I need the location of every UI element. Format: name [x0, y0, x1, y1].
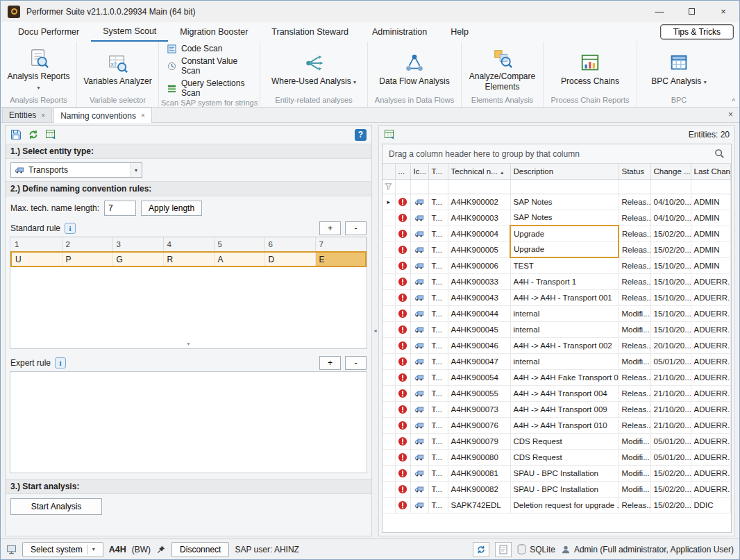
entity-type-select[interactable]: Transports ▾	[10, 162, 142, 178]
table-row[interactable]: T...A4HK900043A4H -> A4H - Transport 001…	[382, 289, 731, 305]
rule-cell[interactable]: E	[315, 252, 366, 266]
export-button[interactable]	[45, 129, 56, 140]
table-row[interactable]: T...A4HK900055A4H -> A4H Transport 004Re…	[382, 385, 731, 401]
help-button[interactable]: ?	[355, 129, 367, 141]
ribbon-collapse-icon[interactable]: ^	[732, 98, 735, 105]
search-icon[interactable]	[714, 149, 725, 159]
tab-translation-steward[interactable]: Translation Steward	[260, 22, 360, 42]
rule-cell[interactable]: G	[112, 252, 163, 266]
column-header[interactable]: Technical n...▲	[448, 164, 510, 179]
table-row[interactable]: T...A4HK900045internalModifi...15/10/20.…	[382, 321, 731, 337]
data-flow-analysis-button[interactable]: Data Flow Analysis	[377, 51, 451, 88]
max-length-input[interactable]	[104, 201, 136, 216]
table-row[interactable]: T...A4HK900073A4H -> A4H Transport 009Re…	[382, 401, 731, 417]
document-tab-naming-conventions[interactable]: Naming conventions ×	[53, 108, 152, 123]
refresh-button[interactable]	[28, 129, 39, 140]
analyze-compare-elements-button[interactable]: Analyze/Compare Elements	[464, 46, 540, 94]
code-scan-button[interactable]: Code Scan	[167, 44, 222, 53]
column-header[interactable]: Description	[510, 164, 619, 179]
expert-rule-remove-button[interactable]: -	[345, 356, 367, 370]
table-row[interactable]: T...A4HK900006TESTReleas...15/10/20...AD…	[382, 257, 731, 273]
collapse-grip-icon[interactable]: ▾	[10, 341, 367, 348]
standard-rule-remove-button[interactable]: -	[345, 221, 367, 235]
type-cell: T...	[428, 433, 448, 449]
maximize-button[interactable]	[675, 1, 707, 22]
close-pane-icon[interactable]: ×	[728, 110, 733, 119]
tips-and-tricks-button[interactable]: Tips & Tricks	[660, 24, 734, 40]
technical-name-cell: A4HK900081	[448, 465, 510, 481]
standard-rule-add-button[interactable]: +	[319, 221, 341, 235]
rule-cell[interactable]: D	[264, 252, 315, 266]
pin-icon[interactable]	[156, 545, 166, 554]
minimize-button[interactable]: —	[644, 1, 675, 22]
column-header[interactable]: T...	[428, 164, 448, 179]
document-tab-entities[interactable]: Entities ×	[2, 108, 52, 122]
rule-cell[interactable]: P	[62, 252, 112, 266]
rule-cell[interactable]: U	[11, 252, 62, 266]
table-row[interactable]: T...A4HK900079CDS RequestModifi...05/01/…	[382, 433, 731, 449]
analysis-reports-button[interactable]: Analysis Reports ▾	[3, 46, 74, 94]
filter-cell[interactable]	[382, 179, 395, 194]
filter-cell[interactable]	[510, 179, 619, 194]
table-row[interactable]: T...A4HK900046A4H -> A4H - Transport 002…	[382, 337, 731, 353]
info-icon[interactable]: i	[65, 223, 76, 234]
save-button[interactable]	[10, 129, 22, 140]
tab-migration-booster[interactable]: Migration Booster	[168, 22, 260, 42]
filter-cell[interactable]	[428, 179, 448, 194]
close-tab-icon[interactable]: ×	[141, 112, 145, 119]
export-button[interactable]	[384, 129, 395, 140]
table-row[interactable]: ▸T...A4HK900002SAP NotesReleas...04/10/2…	[382, 194, 731, 210]
expert-rule-add-button[interactable]: +	[319, 356, 341, 370]
log-button[interactable]	[495, 542, 512, 557]
table-row[interactable]: T...A4HK900005UpgradeReleas...15/02/20..…	[382, 241, 731, 257]
tab-help[interactable]: Help	[439, 22, 480, 42]
filter-cell[interactable]	[691, 179, 731, 194]
select-system-button[interactable]: Select system ▾	[22, 542, 103, 557]
tab-docu-performer[interactable]: Docu Performer	[6, 22, 91, 42]
group-by-bar[interactable]: Drag a column header here to group by th…	[382, 144, 731, 164]
ribbon-group-analysis-reports: Analysis Reports ▾ Analysis Reports	[1, 42, 77, 107]
filter-cell[interactable]	[650, 179, 691, 194]
rule-cell[interactable]: A	[214, 252, 264, 266]
column-header[interactable]: Last Chan...	[691, 164, 731, 179]
table-row[interactable]: T...A4HK900082SPAU - BPC InstallationMod…	[382, 481, 731, 497]
description-cell: TEST	[510, 257, 619, 273]
column-header[interactable]: ...	[395, 164, 410, 179]
filter-cell[interactable]	[448, 179, 510, 194]
close-tab-icon[interactable]: ×	[41, 112, 45, 119]
user-info[interactable]: Admin (Full administrator, Application U…	[561, 545, 734, 554]
apply-length-button[interactable]: Apply length	[141, 201, 202, 216]
query-selections-scan-button[interactable]: Query Selections Scan	[167, 78, 257, 98]
where-used-analysis-button[interactable]: Where-Used Analysis ▾	[269, 51, 358, 88]
variables-analyzer-button[interactable]: x? Variables Analyzer	[81, 51, 154, 88]
panel-splitter[interactable]: ◂	[372, 125, 378, 536]
column-header[interactable]: Ic...	[410, 164, 428, 179]
table-row[interactable]: T...A4HK900076A4H -> A4H Transport 010Re…	[382, 417, 731, 433]
process-chains-button[interactable]: Process Chains	[559, 51, 621, 88]
tab-system-scout[interactable]: System Scout	[91, 22, 168, 42]
column-header[interactable]: Status	[619, 164, 650, 179]
table-row[interactable]: T...A4HK900033A4H - Transport 1Releas...…	[382, 273, 731, 289]
table-row[interactable]: T...SAPK742EDLDeletion request for upgra…	[382, 497, 731, 513]
table-row[interactable]: T...A4HK900081SPAU - BPC InstallationMod…	[382, 465, 731, 481]
constant-value-scan-button[interactable]: Constant Value Scan	[167, 56, 257, 76]
start-analysis-button[interactable]: Start Analysis	[10, 498, 102, 515]
filter-cell[interactable]	[410, 179, 428, 194]
table-row[interactable]: T...A4HK900054A4H -> A4H Fake Transport …	[382, 369, 731, 385]
tab-administration[interactable]: Administration	[360, 22, 439, 42]
table-row[interactable]: T...A4HK900047internalModifi...05/01/20.…	[382, 353, 731, 369]
table-row[interactable]: T...A4HK900004UpgradeReleas...15/02/20..…	[382, 226, 731, 241]
close-button[interactable]: ×	[707, 1, 739, 22]
filter-cell[interactable]	[395, 179, 410, 194]
bpc-analysis-button[interactable]: BPC Analysis ▾	[649, 51, 708, 88]
table-row[interactable]: T...A4HK900080CDS RequestModifi...05/01/…	[382, 449, 731, 465]
filter-cell[interactable]	[619, 179, 650, 194]
sync-button[interactable]	[473, 542, 489, 557]
info-icon[interactable]: i	[55, 357, 66, 368]
column-header[interactable]: Change ...	[650, 164, 691, 179]
disconnect-button[interactable]: Disconnect	[171, 542, 229, 557]
rule-cell[interactable]: R	[163, 252, 214, 266]
technical-name-cell: A4HK900079	[448, 433, 510, 449]
table-row[interactable]: T...A4HK900044internalModifi...15/10/20.…	[382, 305, 731, 321]
table-row[interactable]: T...A4HK900003SAP NotesReleas...04/10/20…	[382, 210, 731, 226]
